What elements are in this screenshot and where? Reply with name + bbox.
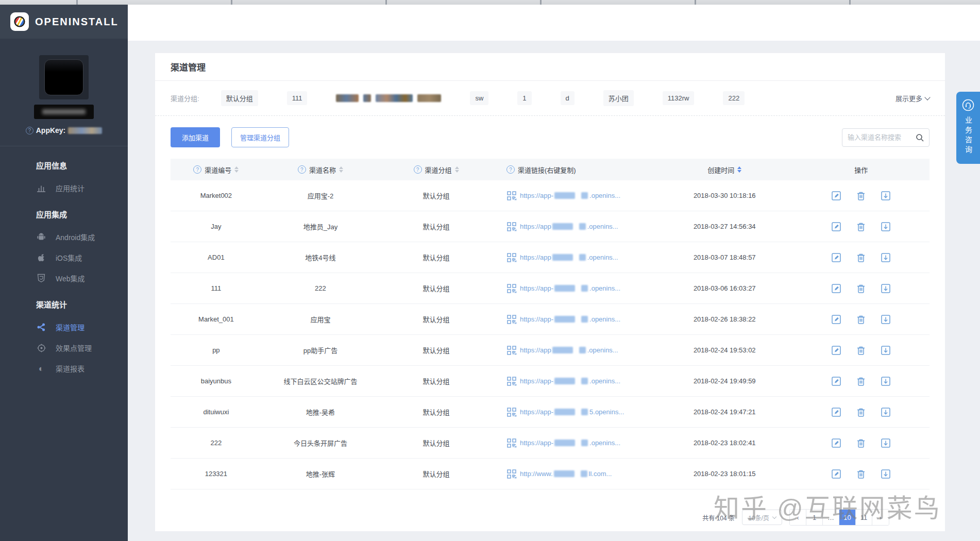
page-number[interactable]: 11 [856,510,872,525]
channel-link[interactable]: https://app- .openins... [520,192,620,199]
header-channel-group[interactable]: ? 渠道分组 [379,165,493,175]
edit-icon[interactable] [831,314,842,325]
download-icon[interactable] [880,190,891,201]
channel-link[interactable]: https://app- .openins... [520,284,620,292]
table-row: Jay 地推员_Jay 默认分组 [171,211,930,242]
sort-icon[interactable] [234,166,239,173]
channel-link[interactable]: https://app .openins... [520,223,618,230]
sidebar-item-ios[interactable]: iOS集成 [36,252,128,263]
edit-icon[interactable] [831,190,842,201]
header-created-time[interactable]: 创建时间 [656,165,793,175]
delete-icon[interactable] [855,221,867,232]
channel-name: 今日头条开屏广告 [262,438,379,448]
sidebar-item-web[interactable]: Web集成 [36,273,128,283]
filter-group-item[interactable]: 1 [517,91,531,105]
channel-link[interactable]: https://app .openins... [520,253,618,261]
channel-link[interactable]: https://app- .openins... [520,439,620,447]
sidebar-item-channel-management[interactable]: 渠道管理 [36,322,128,332]
qr-code-icon[interactable] [506,376,517,386]
download-icon[interactable] [880,376,891,387]
filter-group-item[interactable]: 默认分组 [221,90,258,106]
search-input[interactable] [848,133,916,141]
help-icon[interactable]: ? [26,127,33,134]
filter-group-item[interactable]: sw [470,91,488,105]
edit-icon[interactable] [831,468,842,480]
help-icon[interactable]: ? [193,165,201,174]
qr-code-icon[interactable] [506,438,517,448]
sort-icon[interactable] [339,166,343,173]
next-page-button[interactable]: › [872,510,889,525]
channel-link-cell: https://app- .openins... [493,438,656,448]
filter-group-item[interactable]: 苏小团 [603,90,634,106]
show-more-button[interactable]: 展示更多 [895,93,930,103]
qr-code-icon[interactable] [506,252,517,263]
delete-icon[interactable] [855,252,867,263]
filter-group-item[interactable]: d [561,91,575,105]
business-consult-tab[interactable]: 业务咨询 [956,92,980,164]
channel-group: 默认分组 [379,283,493,293]
download-icon[interactable] [880,345,891,356]
delete-icon[interactable] [855,376,867,387]
channel-link[interactable]: http://www. ll.com... [520,470,612,478]
edit-icon[interactable] [831,407,842,418]
edit-icon[interactable] [831,221,842,232]
download-icon[interactable] [880,437,891,449]
delete-icon[interactable] [855,407,867,418]
edit-icon[interactable] [831,437,842,449]
qr-code-icon[interactable] [506,407,517,417]
help-icon[interactable]: ? [298,165,306,174]
sidebar-item-app-stats[interactable]: 应用统计 [36,183,128,193]
edit-icon[interactable] [831,283,842,294]
help-icon[interactable]: ? [414,165,422,174]
redacted-link-part [552,347,573,353]
delete-icon[interactable] [855,468,867,480]
edit-icon[interactable] [831,345,842,356]
page-number-active[interactable]: 10 [839,510,856,525]
qr-code-icon[interactable] [506,345,517,356]
page-ellipsis[interactable]: … [823,510,839,525]
delete-icon[interactable] [855,437,867,449]
qr-code-icon[interactable] [506,222,517,232]
filter-group-item[interactable]: 1132rw [663,91,695,105]
download-icon[interactable] [880,407,891,418]
page-size-select[interactable]: 10条/页 [742,510,782,525]
page-number[interactable]: 1 [806,510,823,525]
sort-icon[interactable] [737,166,741,173]
qr-code-icon[interactable] [506,469,517,479]
download-icon[interactable] [880,314,891,325]
qr-code-icon[interactable] [506,191,517,201]
target-icon [36,344,46,352]
manage-groups-button[interactable]: 管理渠道分组 [231,127,289,147]
channel-link[interactable]: https://app .openins... [520,346,618,354]
download-icon[interactable] [880,468,891,480]
header-channel-name[interactable]: ? 渠道名称 [262,165,379,175]
sidebar-item-label: iOS集成 [56,252,82,263]
filter-group-item[interactable]: 111 [287,91,308,105]
row-actions [831,345,891,356]
channel-link[interactable]: https://app- 5.openins... [520,408,624,416]
header-channel-code[interactable]: ? 渠道编号 [171,165,262,175]
qr-code-icon[interactable] [506,283,517,294]
channel-link[interactable]: https://app- .openins... [520,377,620,385]
download-icon[interactable] [880,283,891,294]
edit-icon[interactable] [831,252,842,263]
sidebar-item-channel-report[interactable]: ◐ 渠道报表 [36,363,128,374]
download-icon[interactable] [880,221,891,232]
filter-group-item[interactable]: 222 [723,91,745,105]
sidebar-item-effect-points[interactable]: 效果点管理 [36,343,128,353]
sidebar-item-android[interactable]: Android集成 [36,232,128,242]
add-channel-button[interactable]: 添加渠道 [171,127,220,147]
edit-icon[interactable] [831,376,842,387]
channel-link[interactable]: https://app- .openins... [520,315,620,323]
search-icon[interactable] [916,133,924,142]
delete-icon[interactable] [855,283,867,294]
sort-icon[interactable] [455,166,459,173]
android-icon [36,233,46,241]
delete-icon[interactable] [855,345,867,356]
prev-page-button[interactable]: ‹ [790,510,806,525]
delete-icon[interactable] [855,314,867,325]
help-icon[interactable]: ? [506,165,515,174]
download-icon[interactable] [880,252,891,263]
qr-code-icon[interactable] [506,314,517,325]
delete-icon[interactable] [855,190,867,201]
